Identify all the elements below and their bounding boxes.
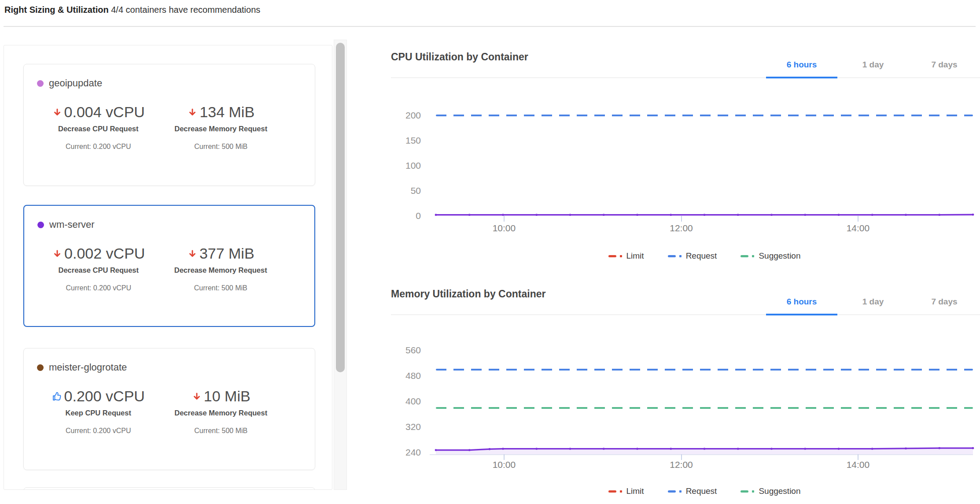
container-name-row: meister-glogrotate xyxy=(37,362,307,373)
container-card-wm-server[interactable]: wm-server0.002 vCPUDecrease CPU RequestC… xyxy=(23,205,315,327)
legend-label: Suggestion xyxy=(759,486,800,496)
list-scrollbar-track[interactable] xyxy=(334,40,347,490)
legend-limit: Limit xyxy=(608,486,644,496)
cpu-action-label: Keep CPU Request xyxy=(37,409,160,417)
legend-dot-swatch xyxy=(679,490,682,493)
container-card-geoipupdate[interactable]: geoipupdate0.004 vCPUDecrease CPU Reques… xyxy=(23,64,315,186)
tab-7-days[interactable]: 7 days xyxy=(909,286,980,315)
scrollbar-thumb[interactable] xyxy=(336,43,345,372)
recommendation-metrics: 0.004 vCPUDecrease CPU RequestCurrent: 0… xyxy=(37,104,307,151)
legend-dot-swatch xyxy=(752,255,754,257)
x-tick-label: 14:00 xyxy=(847,223,870,233)
cpu-chart-title: CPU Utilization by Container xyxy=(391,51,528,63)
container-card[interactable] xyxy=(23,487,315,490)
x-tick-label: 10:00 xyxy=(493,223,516,233)
memory-chart-title: Memory Utilization by Container xyxy=(391,288,545,300)
legend-dash-swatch xyxy=(668,255,676,257)
y-tick-label: 400 xyxy=(382,396,421,407)
cpu-chart-header: CPU Utilization by Container 6 hours1 da… xyxy=(391,45,980,78)
memory-recommended-value: 134 MiB xyxy=(187,104,254,120)
thumbs-up-icon xyxy=(52,391,63,402)
tab-7-days[interactable]: 7 days xyxy=(909,49,980,78)
legend-dash-swatch xyxy=(608,490,616,493)
y-tick-label: 240 xyxy=(382,447,421,458)
recommendation-metrics: 0.200 vCPUKeep CPU RequestCurrent: 0.200… xyxy=(37,388,307,435)
memory-action-label: Decrease Memory Request xyxy=(160,125,283,133)
decrease-arrow-icon xyxy=(187,248,198,259)
decrease-arrow-icon xyxy=(52,248,63,259)
tab-6-hours[interactable]: 6 hours xyxy=(766,286,837,315)
memory-recommended-value: 10 MiB xyxy=(192,388,251,404)
container-name: geoipupdate xyxy=(49,78,102,89)
container-name: meister-glogrotate xyxy=(49,362,127,373)
legend-label: Limit xyxy=(626,486,644,496)
page-subtitle: 4/4 containers have recommendations xyxy=(111,5,260,15)
thumbs-up-icon xyxy=(52,391,63,402)
decrease-arrow-icon xyxy=(192,391,202,402)
cpu-recommended-value: 0.004 vCPU xyxy=(52,104,145,120)
x-tick-label: 12:00 xyxy=(670,460,693,470)
legend-dash-swatch xyxy=(668,490,676,493)
cpu-action-label: Decrease CPU Request xyxy=(37,125,160,133)
cpu-recommended-value: 0.002 vCPU xyxy=(52,245,145,262)
y-tick-label: 0 xyxy=(382,211,421,221)
cpu-recommendation: 0.200 vCPUKeep CPU RequestCurrent: 0.200… xyxy=(37,388,160,435)
memory-recommended-value: 377 MiB xyxy=(187,245,254,262)
decrease-arrow-icon xyxy=(52,107,63,118)
legend-dot-swatch xyxy=(620,255,622,257)
legend-dash-swatch xyxy=(741,255,748,257)
memory-recommendation: 134 MiBDecrease Memory RequestCurrent: 5… xyxy=(160,104,283,151)
cpu-value-text: 0.200 vCPU xyxy=(64,388,145,404)
y-tick-label: 320 xyxy=(382,422,421,432)
decrease-arrow-icon xyxy=(187,107,198,118)
page-title-text: Right Sizing & Utilization xyxy=(4,5,109,15)
memory-chart-legend: LimitRequestSuggestion xyxy=(436,486,973,496)
tab-6-hours[interactable]: 6 hours xyxy=(766,49,837,78)
memory-value-text: 377 MiB xyxy=(199,245,254,262)
legend-label: Suggestion xyxy=(759,251,800,261)
memory-chart-timerange-tabs: 6 hours1 day7 days xyxy=(766,286,980,315)
cpu-recommendation: 0.002 vCPUDecrease CPU RequestCurrent: 0… xyxy=(37,245,160,292)
memory-chart-header: Memory Utilization by Container 6 hours1… xyxy=(391,282,980,315)
legend-dot-swatch xyxy=(620,490,622,493)
y-tick-label: 560 xyxy=(382,345,421,356)
decrease-arrow-icon xyxy=(192,391,202,402)
cpu-current-value: Current: 0.200 vCPU xyxy=(37,143,160,151)
header-divider xyxy=(4,26,976,27)
legend-label: Limit xyxy=(626,251,644,261)
memory-current-value: Current: 500 MiB xyxy=(160,284,282,292)
container-color-dot xyxy=(37,364,44,371)
x-tick-label: 14:00 xyxy=(847,460,870,470)
cpu-recommended-value: 0.200 vCPU xyxy=(52,388,145,404)
container-recommendation-list: geoipupdate0.004 vCPUDecrease CPU Reques… xyxy=(4,45,332,490)
cpu-recommendation: 0.004 vCPUDecrease CPU RequestCurrent: 0… xyxy=(37,104,160,151)
decrease-arrow-icon xyxy=(187,248,198,259)
memory-recommendation: 377 MiBDecrease Memory RequestCurrent: 5… xyxy=(160,245,282,292)
decrease-arrow-icon xyxy=(52,107,63,118)
memory-value-text: 10 MiB xyxy=(204,388,251,404)
y-tick-label: 50 xyxy=(382,185,421,196)
container-color-dot xyxy=(37,222,44,228)
x-tick-mark xyxy=(504,216,505,222)
tab-1-day[interactable]: 1 day xyxy=(837,286,909,315)
container-card-meister-glogrotate[interactable]: meister-glogrotate0.200 vCPUKeep CPU Req… xyxy=(23,348,315,470)
tab-1-day[interactable]: 1 day xyxy=(837,49,909,78)
memory-current-value: Current: 500 MiB xyxy=(160,427,283,435)
container-name: wm-server xyxy=(49,219,95,230)
y-tick-label: 100 xyxy=(382,160,421,171)
cpu-chart-legend: LimitRequestSuggestion xyxy=(436,251,973,261)
x-tick-label: 10:00 xyxy=(493,460,516,470)
legend-dot-swatch xyxy=(752,490,754,493)
legend-dot-swatch xyxy=(679,255,682,257)
cpu-current-value: Current: 0.200 vCPU xyxy=(37,427,160,435)
cpu-value-text: 0.002 vCPU xyxy=(64,245,145,262)
cpu-value-text: 0.004 vCPU xyxy=(64,104,145,120)
x-tick-label: 12:00 xyxy=(670,223,693,233)
container-color-dot xyxy=(37,80,44,87)
recommendation-metrics: 0.002 vCPUDecrease CPU RequestCurrent: 0… xyxy=(37,245,306,292)
legend-label: Request xyxy=(686,251,717,261)
legend-suggestion: Suggestion xyxy=(741,486,800,496)
x-tick-mark xyxy=(858,216,858,222)
usage-series xyxy=(436,100,973,218)
y-tick-label: 200 xyxy=(382,110,421,121)
